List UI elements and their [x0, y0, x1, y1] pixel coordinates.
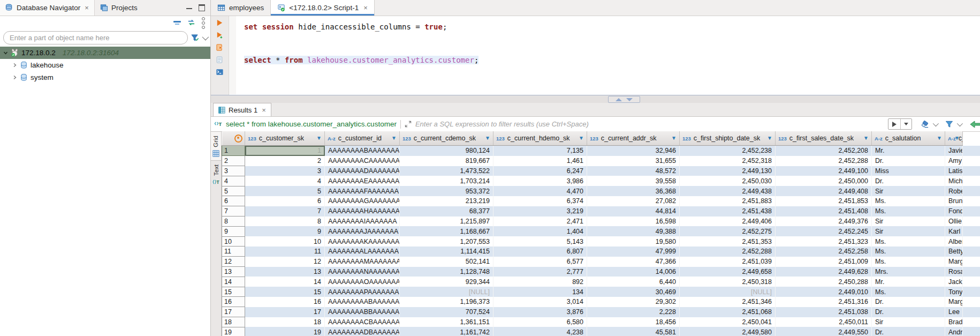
grid-cell[interactable]: 16,598 [587, 216, 680, 227]
grid-cell[interactable]: Sir [872, 226, 945, 236]
column-header[interactable]: ▼123c_current_hdemo_sk [493, 131, 587, 146]
grid-cell[interactable]: 1,161,742 [400, 327, 493, 336]
grid-cell[interactable]: 1,215,897 [400, 216, 493, 227]
apply-filter-icon[interactable] [892, 122, 897, 127]
grid-cell[interactable]: Amy [945, 156, 963, 166]
grid-cell[interactable]: Rosalinda [945, 267, 963, 277]
grid-cell[interactable]: 2,452,288 [776, 156, 872, 166]
grid-cell[interactable]: 7 [245, 206, 325, 216]
row-number-cell[interactable]: 13 [222, 267, 245, 277]
grid-cell[interactable]: Ms. [872, 196, 945, 206]
grid-cell[interactable]: 6,580 [493, 317, 587, 327]
grid-cell[interactable]: 2,450,288 [776, 277, 872, 287]
view-menu-icon[interactable] [202, 17, 205, 29]
grid-cell[interactable]: 32,946 [587, 146, 680, 156]
grid-cell[interactable]: 213,219 [400, 196, 493, 206]
sort-dropdown-icon[interactable]: ▼ [579, 135, 584, 141]
grid-cell[interactable]: 2,471 [493, 216, 587, 227]
grid-cell[interactable]: AAAAAAAADBAAAAAA [325, 327, 400, 336]
grid-cell[interactable]: 2,449,130 [680, 166, 776, 176]
column-header[interactable]: ▼123c_customer_sk [245, 131, 325, 146]
collapse-all-icon[interactable] [173, 21, 181, 25]
row-number-cell[interactable]: 9 [222, 226, 245, 236]
row-number-cell[interactable]: 3 [222, 166, 245, 176]
grid-cell[interactable]: 44,814 [587, 206, 680, 216]
grid-cell[interactable]: 707,524 [400, 307, 493, 317]
grid-cell[interactable]: 14,006 [587, 267, 680, 277]
grid-cell[interactable]: 2,451,438 [680, 206, 776, 216]
grid-cell[interactable]: 18 [245, 317, 325, 327]
grid-cell[interactable]: 4,238 [493, 327, 587, 336]
column-header[interactable]: ▼A-zc_salutation [872, 131, 945, 146]
grid-cell[interactable]: Dr. [872, 307, 945, 317]
grid-cell[interactable]: 4,470 [493, 186, 587, 196]
row-number-cell[interactable]: 4 [222, 176, 245, 186]
grid-cell[interactable]: Dr. [872, 176, 945, 186]
grid-cell[interactable]: 15 [245, 287, 325, 297]
erase-filter-icon[interactable] [921, 120, 929, 128]
grid-cell[interactable]: Sir [872, 216, 945, 227]
grid-cell[interactable]: 30,469 [587, 287, 680, 297]
grid-cell[interactable]: Mr. [872, 277, 945, 287]
row-number-cell[interactable]: 12 [222, 257, 245, 267]
grid-cell[interactable]: AAAAAAAAGAAAAAAA [325, 196, 400, 206]
close-icon[interactable]: × [262, 106, 266, 114]
grid-cell[interactable]: Miss [872, 166, 945, 176]
sort-dropdown-icon[interactable]: ▼ [671, 135, 677, 141]
grid-cell[interactable]: 6,807 [493, 247, 587, 257]
grid-cell[interactable]: Margie [945, 297, 963, 307]
grid-cell[interactable]: 2,451,408 [776, 206, 872, 216]
grid-cell[interactable]: 2,451,039 [680, 257, 776, 267]
grid-cell[interactable]: 2,449,628 [776, 267, 872, 277]
grid-cell[interactable]: AAAAAAAALAAAAAAA [325, 247, 400, 257]
grid-cell[interactable]: 1,461 [493, 156, 587, 166]
grid-cell[interactable]: AAAAAAAAHAAAAAAA [325, 206, 400, 216]
grid-cell[interactable]: 980,124 [400, 146, 493, 156]
grid-cell[interactable]: 892 [493, 277, 587, 287]
grid-cell[interactable]: 2,450,318 [680, 277, 776, 287]
grid-cell[interactable]: 2,452,245 [776, 226, 872, 236]
grid-cell[interactable]: AAAAAAAAIAAAAAAA [325, 216, 400, 227]
row-number-cell[interactable]: 10 [222, 236, 245, 247]
sort-dropdown-icon[interactable]: ▼ [316, 135, 322, 141]
grid-cell[interactable]: 13 [245, 267, 325, 277]
grid-cell[interactable]: 6,440 [587, 277, 680, 287]
row-number-cell[interactable]: 8 [222, 216, 245, 227]
tree-item-lakehouse[interactable]: lakehouse [0, 59, 210, 71]
grid-cell[interactable]: 2,451,068 [680, 307, 776, 317]
column-header[interactable]: ▼123c_current_cdemo_sk [400, 131, 493, 146]
tab-employees[interactable]: employees [211, 0, 270, 16]
collapse-up-icon[interactable] [616, 98, 622, 101]
funnel-dropdown-icon[interactable] [957, 120, 963, 126]
grid-cell[interactable]: 2,452,318 [680, 156, 776, 166]
grid-cell[interactable]: 929,344 [400, 277, 493, 287]
grid-cell[interactable]: 6 [245, 196, 325, 206]
grid-cell[interactable]: AAAAAAAANAAAAAAA [325, 267, 400, 277]
expanded-chevron-icon[interactable] [3, 50, 8, 55]
grid-cell[interactable]: AAAAAAAAABAAAAAA [325, 297, 400, 307]
grid-cell[interactable]: 2,451,346 [680, 297, 776, 307]
grid-cell[interactable]: AAAAAAAAOAAAAAAA [325, 277, 400, 287]
grid-cell[interactable]: Ms. [872, 287, 945, 297]
grid-cell[interactable]: 68,377 [400, 206, 493, 216]
row-number-cell[interactable]: 19 [222, 327, 245, 336]
row-number-cell[interactable]: 16 [222, 297, 245, 307]
grid-cell[interactable]: 1,361,151 [400, 317, 493, 327]
tree-item-system[interactable]: system [0, 71, 210, 84]
sql-console-icon[interactable] [216, 68, 224, 76]
expand-filter-icon[interactable] [405, 121, 412, 128]
filter-expression-placeholder[interactable]: Enter a SQL expression to filter results… [415, 120, 884, 128]
grid-cell[interactable]: AAAAAAAACAAAAAAA [325, 156, 400, 166]
fetch-prev-icon[interactable] [969, 120, 980, 129]
grid-cell[interactable]: 2,449,550 [776, 327, 872, 336]
grid-cell[interactable]: 2,449,010 [776, 287, 872, 297]
erase-dropdown-icon[interactable] [933, 120, 939, 126]
grid-cell[interactable]: 1,168,667 [400, 226, 493, 236]
grid-cell[interactable]: 4 [245, 176, 325, 186]
grid-cell[interactable]: 2,450,041 [680, 317, 776, 327]
grid-cell[interactable]: 2,452,208 [776, 146, 872, 156]
grid-cell[interactable]: Ms. [872, 206, 945, 216]
link-with-editor-icon[interactable] [187, 19, 195, 27]
grid-cell[interactable]: Sir [872, 317, 945, 327]
tab-results-1[interactable]: Results 1 × [213, 103, 271, 116]
